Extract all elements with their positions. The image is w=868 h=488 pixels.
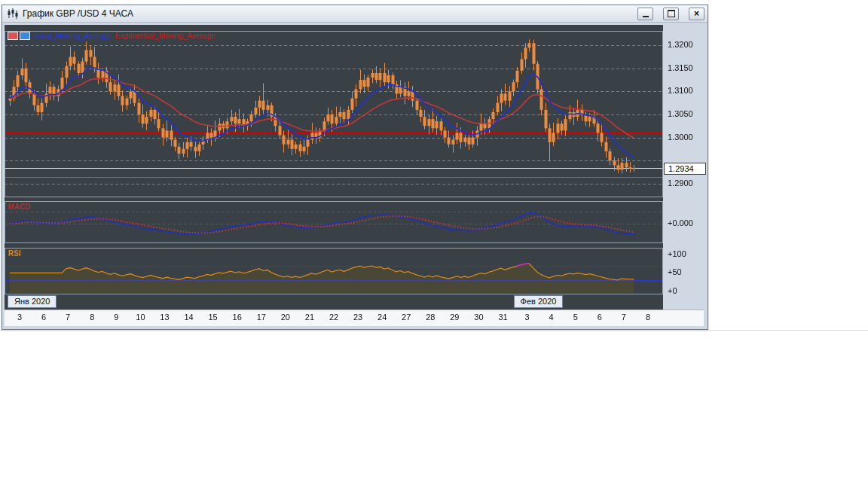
window-title: График GBP /USD 4 ЧАСА: [23, 8, 628, 19]
ema-fast-label: ential_Moving_Average: [33, 32, 112, 40]
time-axis-day-label: 16: [233, 313, 242, 322]
time-axis-day-label: 28: [426, 313, 435, 322]
time-axis-day-label: 3: [17, 313, 22, 322]
rsi-axis-label: +50: [668, 267, 682, 276]
time-axis-day-label: 4: [549, 313, 554, 322]
time-axis-day-label: 15: [209, 313, 218, 322]
window-controls: ×: [628, 8, 704, 20]
time-axis-day-label: 27: [402, 313, 411, 322]
time-axis-day-label: 3: [525, 313, 530, 322]
time-axis-day-label: 29: [450, 313, 459, 322]
time-axis-day-label: 24: [377, 313, 387, 322]
time-axis-day-label: 9: [114, 313, 118, 322]
pane-divider: [0, 330, 868, 331]
rsi-axis-label: +0: [668, 286, 677, 295]
candlestick-chart-icon: [7, 8, 19, 19]
time-axis-day-label: 8: [646, 313, 650, 322]
month-label: Янв 2020: [8, 295, 57, 308]
legend-chip-blue[interactable]: [20, 32, 30, 40]
time-axis-day-label: 23: [353, 313, 362, 322]
chart-window: График GBP /USD 4 ЧАСА × ential_Moving_A…: [2, 5, 708, 330]
rsi-panel-label: RSI: [8, 249, 21, 258]
price-chart-canvas[interactable]: [5, 25, 704, 326]
minimize-icon: [643, 16, 649, 17]
time-axis-day-label: 10: [136, 313, 145, 322]
maximize-button[interactable]: [663, 8, 679, 20]
time-axis-day-label: 17: [257, 313, 266, 322]
time-axis-day-label: 5: [573, 313, 578, 322]
indicator-legend: ential_Moving_Average Exponential_Moving…: [8, 32, 215, 40]
titlebar[interactable]: График GBP /USD 4 ЧАСА ×: [2, 5, 708, 23]
price-axis-label: 1.2900: [668, 178, 693, 188]
rsi-axis-label: +100: [668, 249, 686, 258]
price-axis-label: 1.3050: [668, 109, 693, 118]
time-axis-day-label: 8: [90, 313, 94, 322]
time-axis-day-label: 31: [498, 313, 507, 322]
close-button[interactable]: ×: [689, 8, 704, 20]
time-axis-day-label: 22: [329, 313, 338, 322]
maximize-icon: [668, 10, 675, 17]
price-axis-label: 1.3150: [668, 63, 693, 72]
macd-axis-label: +0.000: [668, 218, 693, 227]
time-axis-day-label: 7: [622, 313, 626, 322]
time-axis-day-label: 6: [598, 313, 602, 322]
price-axis-label: 1.3000: [668, 133, 693, 142]
time-axis-day-label: 30: [474, 313, 483, 322]
time-axis-day-label: 13: [160, 313, 169, 322]
chart-container: ential_Moving_Average Exponential_Moving…: [5, 25, 704, 326]
current-price-box: 1.2934: [664, 163, 706, 175]
time-axis-day-label: 7: [66, 313, 70, 322]
month-label: Фев 2020: [514, 295, 564, 308]
ema-slow-label: Exponential_Moving_Average: [115, 32, 215, 40]
price-axis-label: 1.3100: [668, 86, 693, 95]
price-axis-label: 1.3200: [668, 40, 693, 49]
legend-chip-red[interactable]: [8, 32, 18, 40]
close-icon: ×: [694, 9, 699, 18]
time-axis-day-label: 6: [41, 313, 46, 322]
time-axis-day-label: 21: [305, 313, 314, 322]
macd-panel-label: MACD: [8, 203, 31, 211]
time-axis-day-label: 14: [184, 313, 193, 322]
time-axis-day-label: 20: [281, 313, 290, 322]
minimize-button[interactable]: [637, 8, 653, 20]
desktop: График GBP /USD 4 ЧАСА × ential_Moving_A…: [0, 0, 868, 488]
